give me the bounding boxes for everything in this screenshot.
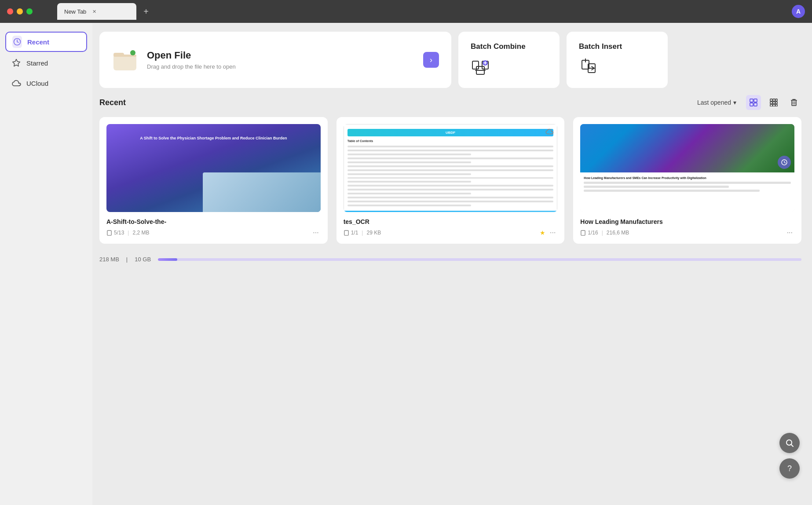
file-more-button-3[interactable]: ··· (785, 229, 794, 237)
view-list-button[interactable] (766, 95, 781, 110)
svg-rect-31 (773, 104, 775, 106)
batch-insert-icon (579, 58, 598, 77)
avatar[interactable]: A (792, 5, 805, 18)
svg-rect-41 (581, 230, 585, 235)
view-grid-button[interactable] (746, 95, 761, 110)
recent-title: Recent (99, 98, 126, 107)
sidebar-item-starred[interactable]: Starred (5, 54, 87, 72)
svg-rect-30 (770, 104, 772, 106)
tab-add-button[interactable]: + (140, 5, 152, 18)
sort-dropdown[interactable]: Last opened ▾ (693, 96, 741, 109)
svg-rect-33 (792, 100, 796, 106)
file-card-1[interactable]: A Shift to Solve the Physician Shortage … (99, 117, 328, 244)
open-file-text: Open File Drag and drop the file here to… (147, 50, 414, 70)
svg-rect-27 (770, 102, 772, 104)
storage-sep: | (126, 256, 128, 263)
help-icon: ? (787, 464, 792, 473)
tab-new-tab[interactable]: New Tab ✕ (57, 3, 136, 20)
cloud-badge-2 (545, 128, 554, 137)
sidebar: Recent Starred UCloud (0, 23, 92, 505)
file-more-button-2[interactable]: ··· (548, 229, 557, 237)
tab-close-button[interactable]: ✕ (91, 8, 98, 15)
batch-combine-icon (471, 58, 490, 77)
file-thumb-3: How Leading Manufacturers and SMEs Can I… (580, 124, 794, 212)
cloud-icon (11, 78, 21, 88)
action-cards: Batch Combine (458, 32, 668, 88)
search-fab[interactable] (779, 433, 800, 453)
file-size-2: 29 KB (366, 230, 381, 236)
file-thumb-1: A Shift to Solve the Physician Shortage … (106, 124, 321, 212)
file-pages-1: 5/13 (114, 230, 124, 236)
open-file-title: Open File (147, 50, 414, 61)
maximize-button[interactable] (26, 8, 33, 15)
sidebar-item-ucloud[interactable]: UCloud (5, 74, 87, 92)
svg-rect-36 (107, 230, 111, 235)
close-button[interactable] (7, 8, 13, 15)
file-pages-2: 1/1 (351, 230, 358, 236)
svg-point-42 (786, 440, 792, 445)
file-card-2[interactable]: UBDF Table of Contents (337, 117, 565, 244)
tab-bar: New Tab ✕ + (57, 0, 786, 23)
svg-rect-24 (770, 99, 772, 101)
svg-marker-1 (13, 59, 20, 66)
sidebar-item-recent[interactable]: Recent (5, 32, 87, 52)
chevron-down-icon: ▾ (733, 99, 736, 106)
recent-controls: Last opened ▾ (693, 95, 801, 110)
svg-rect-2 (113, 55, 136, 70)
batch-combine-card[interactable]: Batch Combine (458, 32, 560, 88)
main-panel: Open File Drag and drop the file here to… (92, 23, 812, 505)
file-size-3: 216,6 MB (607, 230, 629, 236)
delete-button[interactable] (786, 95, 801, 110)
open-file-arrow[interactable]: › (423, 52, 439, 68)
svg-rect-28 (773, 102, 775, 104)
svg-line-43 (791, 445, 793, 446)
minimize-button[interactable] (17, 8, 23, 15)
open-file-subtitle: Drag and drop the file here to open (147, 63, 414, 70)
tab-label: New Tab (64, 8, 86, 15)
file-name-1: A-Shift-to-Solve-the- (106, 218, 321, 225)
recent-section: Recent Last opened ▾ (99, 95, 801, 496)
file-pages-3: 1/16 (588, 230, 598, 236)
sidebar-item-ucloud-label: UCloud (26, 80, 48, 87)
file-name-3: How Leading Manufacturers (580, 218, 794, 225)
svg-line-40 (784, 162, 786, 163)
file-thumb-2: UBDF Table of Contents (344, 124, 558, 212)
folder-icon (112, 47, 138, 73)
traffic-lights (7, 8, 33, 15)
svg-rect-25 (773, 99, 775, 101)
svg-rect-23 (754, 103, 757, 106)
svg-rect-26 (775, 99, 777, 101)
file-pages-icon-1: 5/13 (106, 230, 124, 236)
help-fab[interactable]: ? (779, 458, 800, 479)
file-meta-right-1: ··· (311, 229, 320, 237)
svg-rect-22 (750, 103, 753, 106)
recent-header: Recent Last opened ▾ (99, 95, 801, 110)
file-meta-right-2: ★ ··· (540, 229, 557, 237)
fab-container: ? (779, 433, 800, 479)
batch-insert-card[interactable]: Batch Insert (567, 32, 668, 88)
star-icon (11, 58, 21, 68)
star-icon-2: ★ (540, 229, 545, 236)
svg-point-5 (130, 50, 135, 55)
file-name-2: tes_OCR (344, 218, 558, 225)
file-pages-icon-3: 1/16 (580, 230, 598, 236)
svg-rect-37 (344, 230, 348, 235)
file-size-1: 2,2 MB (132, 230, 149, 236)
file-more-button-1[interactable]: ··· (311, 229, 320, 237)
svg-rect-21 (754, 99, 757, 102)
file-meta-1: 5/13 | 2,2 MB ··· (106, 229, 321, 237)
file-meta-2: 1/1 | 29 KB ★ ··· (344, 229, 558, 237)
file-grid: A Shift to Solve the Physician Shortage … (99, 117, 801, 244)
sidebar-item-starred-label: Starred (26, 59, 48, 67)
storage-used: 218 MB (99, 256, 119, 263)
app-body: Recent Starred UCloud (0, 23, 812, 505)
sort-label: Last opened (697, 99, 731, 106)
titlebar: New Tab ✕ + A (0, 0, 812, 23)
svg-rect-32 (775, 104, 777, 106)
sidebar-item-recent-label: Recent (27, 38, 49, 46)
svg-rect-6 (472, 61, 479, 69)
file-meta-3: 1/16 | 216,6 MB ··· (580, 229, 794, 237)
storage-bar-container: 218 MB | 10 GB (99, 251, 801, 266)
open-file-card[interactable]: Open File Drag and drop the file here to… (99, 32, 451, 88)
file-card-3[interactable]: How Leading Manufacturers and SMEs Can I… (573, 117, 801, 244)
